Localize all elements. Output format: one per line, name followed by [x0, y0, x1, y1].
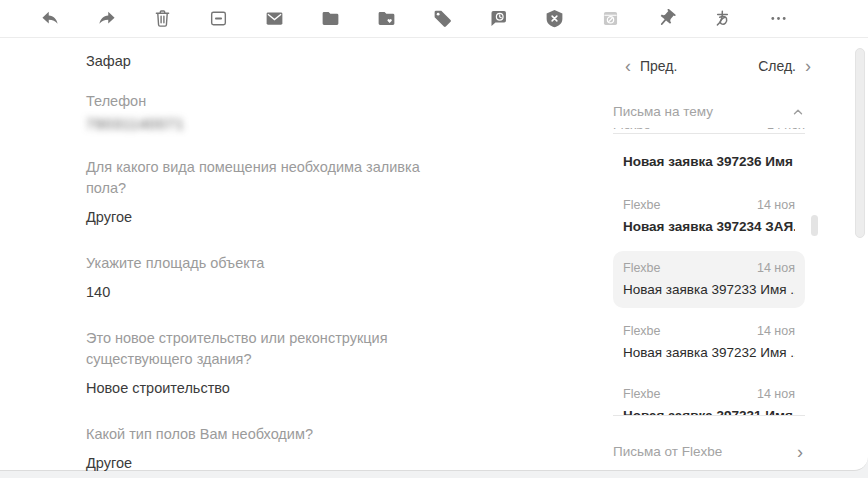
- chevron-right-icon: ›: [805, 59, 811, 73]
- question-room-type: Для какого вида помещения необходима зал…: [86, 157, 456, 199]
- email-subject: Новая заявка 397236 Имя ...: [623, 153, 795, 170]
- chevron-left-icon: ‹: [625, 59, 631, 73]
- clipped-row-bottom: Новая заявка 397231 Имя: [623, 407, 795, 415]
- email-subject: Новая заявка 397233 Имя ...: [623, 281, 795, 298]
- footer-link-label: Письма от Flexbe: [613, 444, 722, 459]
- pin-button[interactable]: [654, 7, 678, 31]
- more-button[interactable]: [766, 7, 790, 31]
- spam-shield-icon: [544, 8, 565, 29]
- page-scrollbar-thumb[interactable]: [855, 48, 865, 238]
- email-date: 14 ноя: [767, 128, 805, 133]
- delete-button[interactable]: [150, 7, 174, 31]
- reply-icon: [40, 8, 61, 29]
- email-date: 14 ноя: [757, 387, 795, 402]
- translate-button[interactable]: [710, 7, 734, 31]
- email-subject: Новая заявка 397232 Имя ...: [623, 344, 795, 361]
- email-subject: Новая заявка 397234 ЗАЯ...: [623, 218, 795, 235]
- related-emails-sidebar: ‹ Пред. След. › Письма на тему Flexbe 14…: [613, 38, 821, 459]
- ellipsis-icon: [768, 8, 789, 29]
- email-sender: Flexbe: [623, 198, 661, 213]
- label-button[interactable]: [430, 7, 454, 31]
- tag-icon: [432, 8, 453, 29]
- reply-button[interactable]: [38, 7, 62, 31]
- forward-button[interactable]: [94, 7, 118, 31]
- folder-icon: [320, 8, 341, 29]
- list-scrollbar-thumb[interactable]: [811, 215, 818, 236]
- prev-email-button[interactable]: ‹ Пред.: [625, 58, 677, 74]
- mail-window: Зафар Телефон 79031140071 Для какого вид…: [0, 0, 868, 471]
- next-label: След.: [758, 58, 796, 74]
- spam-button[interactable]: [542, 7, 566, 31]
- email-date: 14 ноя: [757, 261, 795, 276]
- folder-favorite-button[interactable]: [374, 7, 398, 31]
- unsubscribe-icon: [600, 8, 621, 29]
- email-subject: Новая заявка 397231 Имя: [623, 407, 795, 415]
- email-list-item[interactable]: Новая заявка 397236 Имя ...: [613, 134, 805, 182]
- email-date: 14 ноя: [757, 324, 795, 339]
- email-sender: Flexbe: [623, 261, 661, 276]
- chevron-up-icon: [791, 105, 805, 119]
- question-construction: Это новое строительство или реконструкци…: [86, 328, 456, 370]
- translate-hiragana-icon: [712, 8, 733, 29]
- move-to-folder-button[interactable]: [318, 7, 342, 31]
- email-sender: Flexbe: [613, 128, 651, 133]
- folder-heart-icon: [376, 8, 397, 29]
- email-sender: Flexbe: [623, 324, 661, 339]
- mark-unread-button[interactable]: [262, 7, 286, 31]
- emails-from-flexbe-link[interactable]: Письма от Flexbe ›: [613, 444, 805, 459]
- related-email-list: Новая заявка 397236 Имя ... Flexbe 14 но…: [613, 133, 805, 416]
- email-list-item[interactable]: Flexbe 14 ноя Новая заявка 397234 ЗАЯ...: [613, 188, 805, 245]
- emails-on-topic-header[interactable]: Письма на тему: [613, 104, 821, 119]
- unsubscribe-button: [598, 7, 622, 31]
- section-title: Письма на тему: [613, 104, 713, 119]
- phone-label: Телефон: [86, 91, 456, 112]
- email-list-item[interactable]: Flexbe 14 ноя Новая заявка 397232 Имя ..…: [613, 314, 805, 371]
- prev-next-nav: ‹ Пред. След. ›: [613, 58, 821, 74]
- forward-icon: [96, 8, 117, 29]
- archive-icon: [208, 8, 229, 29]
- trash-icon: [152, 8, 173, 29]
- question-floor-type: Какой тип полов Вам необходим?: [86, 424, 456, 445]
- archive-button[interactable]: [206, 7, 230, 31]
- email-list-item[interactable]: Flexbe 14 ноя Новая заявка 397233 Имя ..…: [613, 251, 805, 308]
- chevron-right-icon: ›: [797, 445, 803, 459]
- remind-later-button[interactable]: [486, 7, 510, 31]
- prev-label: Пред.: [640, 58, 677, 74]
- email-sender: Flexbe: [623, 387, 661, 402]
- email-date: 14 ноя: [757, 198, 795, 213]
- email-list-item[interactable]: Flexbe 14 ноя Новая заявка 397231 Имя: [613, 377, 805, 415]
- envelope-icon: [264, 8, 285, 29]
- question-area: Укажите площадь объекта: [86, 253, 456, 274]
- reminder-bubble-icon: [488, 8, 509, 29]
- phone-value-obscured: 79031140071: [86, 116, 185, 132]
- pin-icon: [656, 8, 677, 29]
- next-email-button[interactable]: След. ›: [758, 58, 811, 74]
- message-toolbar: [0, 0, 868, 38]
